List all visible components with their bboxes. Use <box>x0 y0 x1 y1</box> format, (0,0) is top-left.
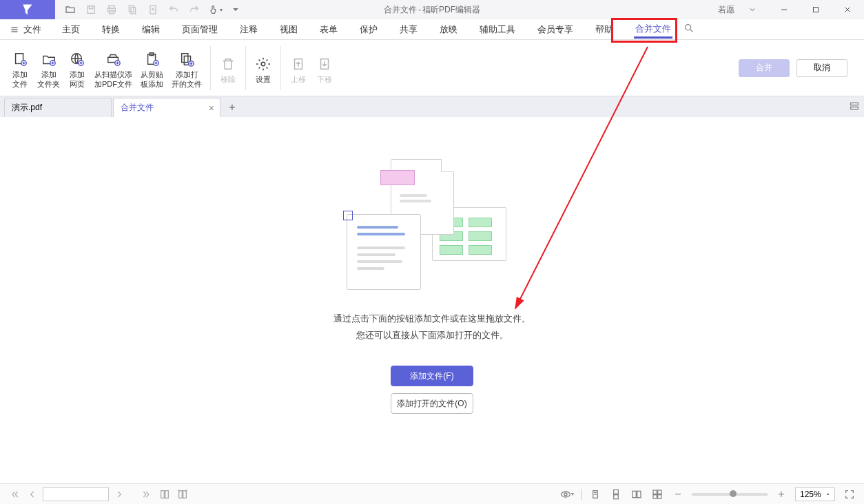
search-icon[interactable] <box>683 23 695 36</box>
zoom-in-icon[interactable]: + <box>774 487 788 501</box>
redo-icon[interactable] <box>185 1 204 19</box>
menu-help[interactable]: 帮助 <box>594 21 615 39</box>
clipboard-plus-icon <box>145 50 160 68</box>
add-files-button[interactable]: 添加文件(F) <box>391 366 473 386</box>
svg-rect-50 <box>653 494 657 498</box>
menu-comment[interactable]: 注释 <box>238 21 259 39</box>
tab-menu-icon[interactable] <box>849 101 860 114</box>
user-name[interactable]: 若愿 <box>718 4 734 16</box>
cancel-button[interactable]: 取消 <box>796 59 847 77</box>
touch-icon[interactable]: ▾ <box>205 1 225 19</box>
svg-rect-45 <box>614 494 619 498</box>
save-icon[interactable] <box>81 1 101 19</box>
menu-page[interactable]: 页面管理 <box>181 21 219 39</box>
svg-rect-51 <box>658 494 661 498</box>
menu-member[interactable]: 会员专享 <box>536 21 575 39</box>
window-title: 合并文件-福昕PDF编辑器 <box>384 4 480 16</box>
undo-icon[interactable] <box>164 1 183 19</box>
merge-button[interactable]: 合并 <box>739 59 790 77</box>
svg-rect-46 <box>632 491 636 497</box>
last-page-icon[interactable] <box>139 487 154 502</box>
svg-rect-33 <box>851 103 858 105</box>
continuous-facing-icon[interactable] <box>650 487 664 501</box>
close-icon[interactable] <box>834 1 861 19</box>
menu-view[interactable]: 视图 <box>278 21 299 39</box>
copy-icon[interactable] <box>123 1 142 19</box>
menu-convert[interactable]: 转换 <box>101 21 121 39</box>
add-folder-button[interactable]: 添加 文件夹 <box>33 48 64 89</box>
ribbon-separator <box>210 46 211 90</box>
svg-point-40 <box>564 493 567 496</box>
minimize-icon[interactable] <box>770 1 798 19</box>
menu-share[interactable]: 共享 <box>398 21 419 39</box>
svg-point-15 <box>686 24 691 30</box>
read-mode-icon[interactable]: ▾ <box>560 487 574 501</box>
titlebar: ▾ 合并文件-福昕PDF编辑器 若愿 <box>0 0 864 19</box>
add-open-files-button[interactable]: 添加打 开的文件 <box>167 48 206 89</box>
zoom-slider[interactable] <box>692 493 768 496</box>
zoom-level[interactable]: 125% <box>795 487 835 501</box>
file-plus-icon <box>12 50 28 68</box>
app-logo[interactable] <box>0 0 55 19</box>
menu-file[interactable]: 文件 <box>10 23 41 36</box>
single-page-icon[interactable] <box>588 487 602 501</box>
remove-button[interactable]: 移除 <box>215 52 241 84</box>
menu-form[interactable]: 表单 <box>318 21 339 39</box>
trash-icon <box>220 55 236 73</box>
empty-state-illustration <box>342 159 522 297</box>
new-icon[interactable] <box>143 1 163 19</box>
move-up-button[interactable]: 上移 <box>285 52 311 84</box>
continuous-icon[interactable] <box>609 487 623 501</box>
svg-rect-27 <box>182 53 188 62</box>
svg-rect-36 <box>161 490 165 498</box>
facing-icon[interactable] <box>630 487 644 501</box>
menu-tools[interactable]: 辅助工具 <box>478 21 517 39</box>
svg-rect-44 <box>614 490 619 494</box>
prev-page-icon[interactable] <box>25 487 40 502</box>
menu-edit[interactable]: 编辑 <box>141 21 161 39</box>
arrow-up-icon <box>291 55 306 73</box>
menu-merge[interactable]: 合并文件 <box>634 20 672 39</box>
menubar: 文件 主页 转换 编辑 页面管理 注释 视图 表单 保护 共享 放映 辅助工具 … <box>0 19 864 40</box>
svg-rect-47 <box>637 491 641 497</box>
menu-protect[interactable]: 保护 <box>358 21 379 39</box>
hint-text-2: 您还可以直接从下面添加打开的文件。 <box>356 327 508 344</box>
ribbon-separator <box>245 46 246 90</box>
add-clipboard-button[interactable]: 从剪贴 板添加 <box>136 48 167 89</box>
add-scanner-button[interactable]: 从扫描仪添 加PDF文件 <box>90 48 136 89</box>
globe-plus-icon <box>70 50 85 68</box>
scanner-plus-icon <box>106 50 121 68</box>
view-mode-1-icon[interactable] <box>157 487 172 502</box>
next-page-icon[interactable] <box>112 487 127 502</box>
statusbar: ▾ − + 125% <box>0 483 864 504</box>
tab-merge[interactable]: 合并文件 × <box>113 98 220 117</box>
svg-rect-1 <box>89 6 92 9</box>
merge-content-area: 通过点击下面的按钮添加文件或在这里拖放文件。 您还可以直接从下面添加打开的文件。… <box>0 117 864 483</box>
first-page-icon[interactable] <box>7 487 22 502</box>
new-tab-button[interactable]: + <box>222 98 243 117</box>
settings-button[interactable]: 设置 <box>250 52 276 84</box>
folder-plus-icon <box>41 50 56 68</box>
svg-rect-34 <box>851 107 858 109</box>
add-file-button[interactable]: 添加 文件 <box>7 48 33 89</box>
fullscreen-icon[interactable] <box>842 487 857 502</box>
gear-icon <box>256 55 271 73</box>
qat-dropdown-icon[interactable] <box>226 1 245 19</box>
user-dropdown-icon[interactable] <box>739 1 766 19</box>
menu-home[interactable]: 主页 <box>61 21 81 39</box>
tab-demo-pdf[interactable]: 演示.pdf <box>4 98 112 117</box>
print-icon[interactable] <box>102 1 121 19</box>
open-icon[interactable] <box>61 1 80 19</box>
page-number-input[interactable] <box>43 487 109 501</box>
add-webpage-button[interactable]: 添加 网页 <box>64 48 90 89</box>
document-tabs: 演示.pdf 合并文件 × + <box>0 96 864 117</box>
maximize-icon[interactable] <box>802 1 830 19</box>
zoom-out-icon[interactable]: − <box>671 487 685 501</box>
arrow-down-icon <box>317 55 332 73</box>
menu-play[interactable]: 放映 <box>438 21 459 39</box>
add-open-files-button[interactable]: 添加打开的文件(O) <box>391 393 473 414</box>
tab-close-icon[interactable]: × <box>209 103 214 114</box>
move-down-button[interactable]: 下移 <box>311 52 338 84</box>
hint-text-1: 通过点击下面的按钮添加文件或在这里拖放文件。 <box>333 311 531 327</box>
view-mode-2-icon[interactable] <box>175 487 190 502</box>
